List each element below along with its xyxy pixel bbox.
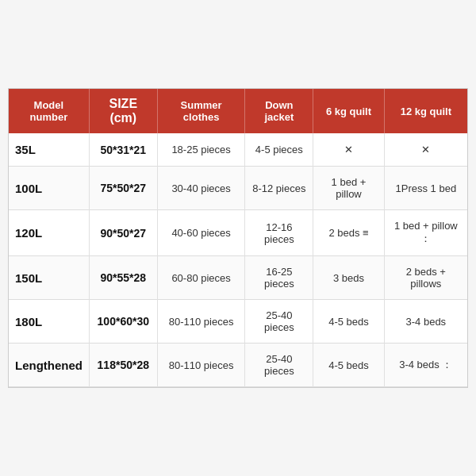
header-summer: Summer clothes <box>157 89 244 133</box>
cell-summer: 40-60 pieces <box>157 210 244 256</box>
table-body: 35L50*31*2118-25 pieces4-5 pieces✕✕100L7… <box>9 133 467 387</box>
cell-kg6: 4-5 beds <box>313 344 384 387</box>
cell-down: 25-40 pieces <box>245 344 313 387</box>
header-down: Down jacket <box>245 89 313 133</box>
cell-model: 100L <box>9 167 89 210</box>
cell-model: Lengthened <box>9 344 89 387</box>
cell-down: 12-16 pieces <box>245 210 313 256</box>
cell-kg12: 3-4 beds <box>384 300 467 344</box>
cell-kg6: 2 beds ≡ <box>313 210 384 256</box>
cell-down: 25-40 pieces <box>245 300 313 344</box>
table-row: 150L90*55*2860-80 pieces16-25 pieces3 be… <box>9 256 467 300</box>
cell-size: 75*50*27 <box>89 167 157 210</box>
cell-size: 90*55*28 <box>89 256 157 300</box>
header-size: SIZE (cm) <box>89 89 157 133</box>
table-row: 180L100*60*3080-110 pieces25-40 pieces4-… <box>9 300 467 344</box>
cell-kg6: 4-5 beds <box>313 300 384 344</box>
cell-kg6: 3 beds <box>313 256 384 300</box>
cell-down: 4-5 pieces <box>245 133 313 167</box>
cell-size: 100*60*30 <box>89 300 157 344</box>
cell-model: 150L <box>9 256 89 300</box>
product-table-wrapper: Model number SIZE (cm) Summer clothes Do… <box>8 88 468 388</box>
cell-kg12: 2 beds + pillows <box>384 256 467 300</box>
cell-size: 118*50*28 <box>89 344 157 387</box>
cell-summer: 30-40 pieces <box>157 167 244 210</box>
header-6kg: 6 kg quilt <box>313 89 384 133</box>
cell-size: 90*50*27 <box>89 210 157 256</box>
table-row: Lengthened118*50*2880-110 pieces25-40 pi… <box>9 344 467 387</box>
cell-down: 16-25 pieces <box>245 256 313 300</box>
table-row: 35L50*31*2118-25 pieces4-5 pieces✕✕ <box>9 133 467 167</box>
cell-summer: 60-80 pieces <box>157 256 244 300</box>
cell-kg6: 1 bed + pillow <box>313 167 384 210</box>
cell-model: 35L <box>9 133 89 167</box>
cell-summer: 80-110 pieces <box>157 300 244 344</box>
cell-kg12: 3-4 beds ： <box>384 344 467 387</box>
cell-summer: 80-110 pieces <box>157 344 244 387</box>
cell-kg6: ✕ <box>313 133 384 167</box>
table-header-row: Model number SIZE (cm) Summer clothes Do… <box>9 89 467 133</box>
table-row: 100L75*50*2730-40 pieces8-12 pieces1 bed… <box>9 167 467 210</box>
product-table: Model number SIZE (cm) Summer clothes Do… <box>9 89 467 387</box>
cell-kg12: 1 bed + pillow ： <box>384 210 467 256</box>
header-model: Model number <box>9 89 89 133</box>
cell-model: 180L <box>9 300 89 344</box>
cell-size: 50*31*21 <box>89 133 157 167</box>
cell-model: 120L <box>9 210 89 256</box>
cell-kg12: 1Press 1 bed <box>384 167 467 210</box>
cell-kg12: ✕ <box>384 133 467 167</box>
cell-summer: 18-25 pieces <box>157 133 244 167</box>
header-12kg: 12 kg quilt <box>384 89 467 133</box>
table-row: 120L90*50*2740-60 pieces12-16 pieces2 be… <box>9 210 467 256</box>
cell-down: 8-12 pieces <box>245 167 313 210</box>
